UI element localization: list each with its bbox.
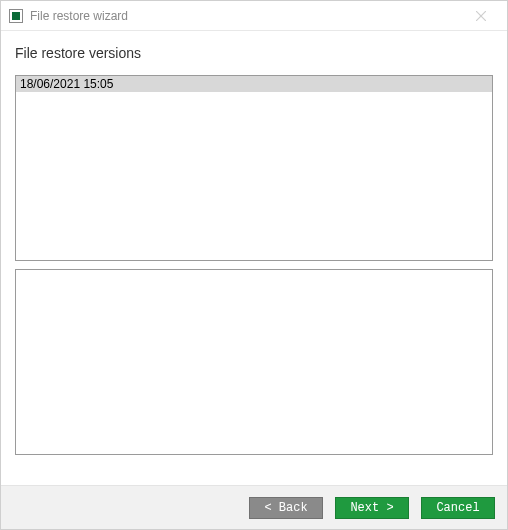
window-title: File restore wizard: [30, 9, 461, 23]
content-area: File restore versions 18/06/2021 15:05: [1, 31, 507, 485]
cancel-button[interactable]: Cancel: [421, 497, 495, 519]
next-button[interactable]: Next >: [335, 497, 409, 519]
version-row[interactable]: 18/06/2021 15:05: [16, 76, 492, 92]
wizard-window: File restore wizard File restore version…: [0, 0, 508, 530]
titlebar: File restore wizard: [1, 1, 507, 31]
app-icon: [9, 9, 23, 23]
close-icon: [476, 11, 486, 21]
back-button[interactable]: < Back: [249, 497, 323, 519]
versions-listbox[interactable]: 18/06/2021 15:05: [15, 75, 493, 261]
details-listbox[interactable]: [15, 269, 493, 455]
close-button[interactable]: [461, 4, 501, 28]
page-heading: File restore versions: [15, 45, 493, 61]
footer: < Back Next > Cancel: [1, 485, 507, 529]
